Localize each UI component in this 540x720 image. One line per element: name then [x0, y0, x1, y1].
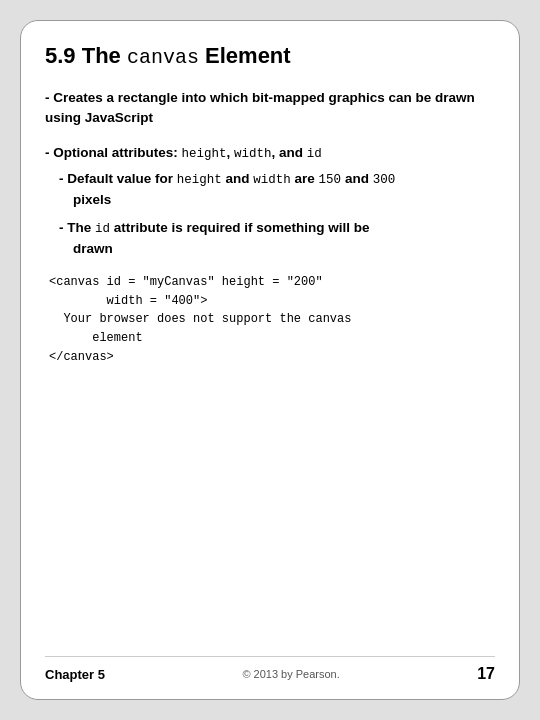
sub1-and: and	[222, 171, 254, 186]
sub1-and2: and	[341, 171, 373, 186]
slide: 5.9 The canvas Element - Creates a recta…	[20, 20, 520, 700]
bullet2-code3: id	[307, 147, 322, 161]
sub-bullet-1: - Default value for height and width are…	[59, 169, 495, 210]
title-prefix: 5.9 The	[45, 43, 127, 68]
bullet1-dash: -	[45, 90, 53, 105]
sub1-dash: -	[59, 171, 67, 186]
title-suffix: Element	[199, 43, 291, 68]
bullet2-code2: width	[234, 147, 272, 161]
bullet-item-1: - Creates a rectangle into which bit-map…	[45, 88, 495, 129]
sub2-drawn: drawn	[73, 241, 113, 256]
bullet2-and: , and	[272, 145, 307, 160]
sub2-text: attribute is required if something will …	[110, 220, 370, 235]
title-canvas-code: canvas	[127, 46, 199, 69]
bullet2-code1: height	[182, 147, 227, 161]
sub1-code1: height	[177, 173, 222, 187]
sub2-code: id	[95, 222, 110, 236]
sub2-the: The	[67, 220, 95, 235]
bullet1-text: - Creates a rectangle into which bit-map…	[45, 90, 475, 125]
slide-title: 5.9 The canvas Element	[45, 43, 495, 70]
sub1-bold: Default value for	[67, 171, 177, 186]
slide-body: - Creates a rectangle into which bit-map…	[45, 88, 495, 648]
footer: Chapter 5 © 2013 by Pearson. 17	[45, 656, 495, 683]
sub1-pixels: pixels	[73, 192, 111, 207]
footer-chapter: Chapter 5	[45, 667, 105, 682]
footer-page-number: 17	[477, 665, 495, 683]
bullet2-comma: ,	[227, 145, 235, 160]
sub2-dash: -	[59, 220, 67, 235]
bullet2-dash: -	[45, 145, 53, 160]
sub1-code3: 150	[319, 173, 342, 187]
sub1-code2: width	[253, 173, 291, 187]
sub-bullet-2: - The id attribute is required if someth…	[59, 218, 495, 259]
bullet2-text: - Optional attributes: height, width, an…	[45, 145, 322, 160]
footer-copyright: © 2013 by Pearson.	[242, 668, 339, 680]
code-block: <canvas id = "myCanvas" height = "200" w…	[49, 273, 495, 366]
sub1-code4: 300	[373, 173, 396, 187]
sub1-are: are	[291, 171, 319, 186]
bullet2-bold: Optional attributes:	[53, 145, 181, 160]
bullet1-content: Creates a rectangle into which bit-mappe…	[45, 90, 475, 125]
bullet-item-2: - Optional attributes: height, width, an…	[45, 143, 495, 260]
